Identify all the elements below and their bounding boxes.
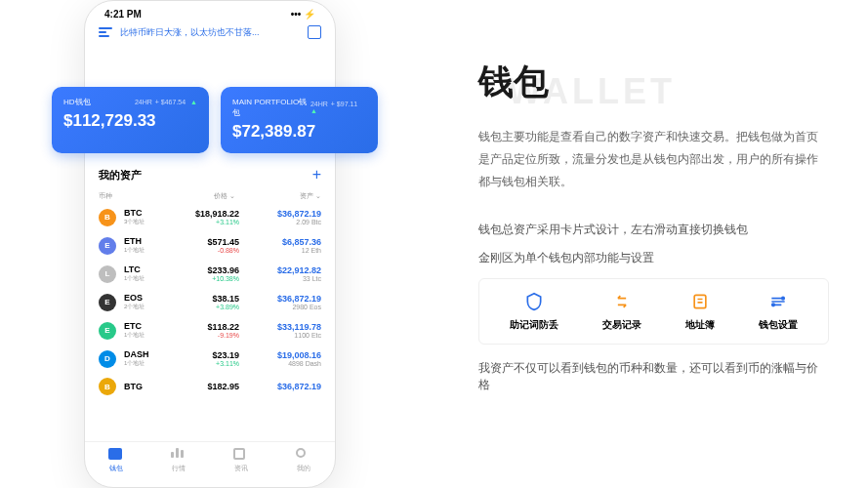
card-value: $72,389.87 [232,122,366,142]
asset-row[interactable]: E ETC1个地址 $118.22-9.19% $33,119.781100 E… [85,316,335,345]
fb-1: 交易记录 [602,291,641,332]
card-value: $112,729.33 [63,111,197,131]
news-ticker[interactable]: 比特币昨日大涨，以太坊也不甘落... [120,26,300,39]
card-label: HD钱包 [63,97,91,107]
book-icon [689,291,711,312]
news-icon [233,448,249,462]
card-change: 24HR+ $97.11 ▲ [310,101,366,114]
coin-icon: E [99,294,116,311]
text-section: WALLET 钱包 钱包主要功能是查看自己的数字资产和快速交易。把钱包做为首页是… [420,0,868,488]
time: 4:21 PM [104,9,142,20]
feature-3: 我资产不仅可以看到钱包的币种和数量，还可以看到币的涨幅与价格 [478,360,829,393]
status-icons: ••• ⚡ [291,9,315,20]
asset-list: B BTC3个地址 $18,918.22+3.11% $36,872.192.0… [85,203,335,400]
scan-icon[interactable] [308,25,321,39]
fb-3: 钱包设置 [759,291,798,332]
asset-row[interactable]: E ETH1个地址 $571.45-0.88% $6,857.3612 Eth [85,231,335,260]
coin-icon: L [99,265,116,283]
asset-row[interactable]: E EOS2个地址 $38.15+3.89% $36,872.192980 Eo… [85,288,335,316]
coin-icon: B [99,378,116,395]
assets-header: 我的资产 + [85,160,335,189]
tab-资讯[interactable]: 资讯 [233,448,249,473]
wallet-card-hd[interactable]: HD钱包 24HR+ $467.54 ▲ $112,729.33 [52,87,209,153]
description: 钱包主要功能是查看自己的数字资产和快速交易。把钱包做为首页是产品定位所致，流量分… [478,126,829,192]
asset-row[interactable]: B BTG $182.95 $36,872.19 [85,373,335,400]
fb-0: 助记词防丢 [510,291,558,332]
settings-icon [767,291,789,312]
svg-point-5 [772,304,775,306]
coin-icon: B [99,209,116,226]
tab-钱包[interactable]: 钱包 [108,448,124,473]
add-asset-button[interactable]: + [312,166,321,183]
svg-point-4 [782,298,785,301]
coin-icon: D [99,350,116,368]
profile-icon [296,448,311,462]
shield-icon [523,291,545,312]
top-bar: 比特币昨日大涨，以太坊也不甘落... [85,21,335,47]
table-header: 币种 价格 ⌄ 资产 ⌄ [85,189,335,203]
feature-2: 金刚区为单个钱包内部功能与设置 [478,250,829,266]
fb-2: 地址簿 [685,291,715,332]
feature-1: 钱包总资产采用卡片式设计，左右滑动直接切换钱包 [478,222,829,238]
notch [166,1,254,19]
wallet-cards: HD钱包 24HR+ $467.54 ▲ $112,729.33 MAIN PO… [46,87,384,153]
swap-icon [611,291,633,312]
phone-frame: 4:21 PM ••• ⚡ 比特币昨日大涨，以太坊也不甘落... HD钱包 24… [84,0,336,488]
card-label: MAIN PORTFOLIO钱包 [232,97,310,118]
tab-我的[interactable]: 我的 [296,448,311,473]
asset-row[interactable]: D DASH1个地址 $23.19+3.11% $19,008.164898 D… [85,345,335,373]
card-change: 24HR+ $467.54 ▲ [135,99,197,105]
coin-icon: E [99,237,116,255]
tab-bar: 钱包行情资讯我的 [85,441,335,479]
asset-row[interactable]: B BTC3个地址 $18,918.22+3.11% $36,872.192.0… [85,203,335,231]
menu-icon[interactable] [99,27,112,37]
coin-icon: E [99,322,116,340]
assets-title: 我的资产 [99,168,142,183]
wallet-card-main[interactable]: MAIN PORTFOLIO钱包 24HR+ $97.11 ▲ $72,389.… [221,87,378,153]
tab-行情[interactable]: 行情 [171,448,186,473]
asset-row[interactable]: L LTC1个地址 $233.96+10.38% $22,912.8233 Lt… [85,260,335,288]
wallet-icon [108,448,124,462]
page-title: 钱包 [478,59,829,106]
chart-icon [171,448,186,462]
feature-box: 助记词防丢交易记录地址簿钱包设置 [478,278,829,345]
